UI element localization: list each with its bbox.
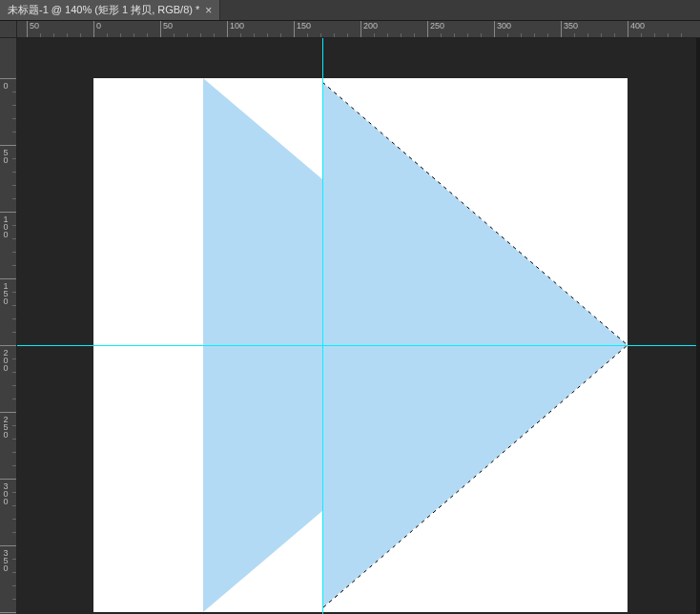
scrollbar-vertical[interactable] [696,38,700,614]
close-icon[interactable]: × [205,5,212,16]
workspace: 50050100150200250300350400 0501001502002… [0,21,700,614]
canvas-viewport[interactable] [17,38,700,614]
document-tab-bar: 未标题-1 @ 140% (矩形 1 拷贝, RGB/8) * × [0,0,700,21]
guide-vertical[interactable] [322,38,323,614]
document-tab-title: 未标题-1 @ 140% (矩形 1 拷贝, RGB/8) * [8,3,199,17]
guide-horizontal[interactable] [17,345,700,346]
document-tab[interactable]: 未标题-1 @ 140% (矩形 1 拷贝, RGB/8) * × [0,0,220,20]
ruler-horizontal[interactable]: 50050100150200250300350400 [17,21,700,38]
ruler-origin-corner[interactable] [0,21,17,38]
ruler-vertical[interactable]: 050100150200250300350400 [0,38,17,614]
